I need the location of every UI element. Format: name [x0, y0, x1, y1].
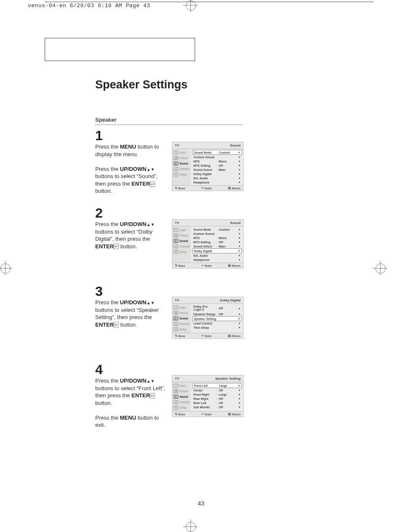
t: button. [95, 188, 112, 194]
osd-tab-label: Channel [180, 245, 190, 248]
osd-row-label: Front Right [193, 393, 216, 396]
osd-tab-label: Sound [180, 162, 188, 165]
osd-row-label: MTS Setting [193, 241, 216, 244]
enter-icon: ↵ [150, 181, 155, 187]
t: Press the [95, 144, 120, 150]
t: MENU [120, 415, 136, 421]
osd-tab-channel: 📡Channel [172, 244, 191, 249]
channel-icon: 📡 [174, 322, 178, 326]
osd-row-value: Off [219, 402, 239, 404]
setup-icon: ⚙ [174, 406, 178, 410]
osd-step1: TVSound▭Input▦Picture🔊Sound📡Channel⚙Setu… [172, 142, 244, 191]
osd-tabs: ▭Input▦Picture🔊Sound📡Channel⚙Setup [172, 304, 191, 333]
chevron-right-icon: ▸ [239, 405, 241, 409]
osd-row-label: Sound Mode [193, 228, 216, 231]
osd-row-label: Level Control [193, 322, 216, 325]
subheading-speaker: Speaker [95, 117, 117, 123]
setup-icon: ⚙ [174, 327, 178, 331]
osd-tab-sound: 🔊Sound [172, 238, 191, 244]
chevron-right-icon: ▸ [239, 397, 241, 400]
sound-icon: 🔊 [174, 239, 178, 243]
osd-tab-input: ▭Input [172, 305, 191, 310]
osd-row: Speaker Setting▸ [192, 316, 242, 321]
sound-icon: 🔊 [174, 395, 178, 399]
osd-row: Custom Sound▸ [192, 231, 242, 236]
picture-icon: ▦ [174, 156, 178, 160]
chevron-right-icon: ▸ [239, 236, 241, 239]
chevron-right-icon: ▸ [239, 258, 241, 261]
chevron-right-icon: ▸ [239, 254, 241, 257]
osd-row-value: Mono [219, 160, 239, 163]
input-icon: ▭ [174, 151, 178, 154]
osd-row-value: Main [219, 245, 239, 248]
chevron-right-icon: ▸ [239, 384, 240, 387]
osd-row: MTS:Mono▸ [192, 236, 242, 240]
osd-row-value: Custom [219, 228, 239, 231]
osd-row: Dynamic Range:Off▸ [192, 312, 242, 316]
osd-row-label: MTS [193, 237, 216, 239]
step-text: Press the UP/DOWN▲▼ buttons to select “D… [95, 221, 169, 250]
move-icon: ⇅ [175, 186, 177, 190]
chevron-right-icon: ▸ [239, 176, 241, 180]
osd-row-value: Off [219, 241, 239, 244]
osd-step2: TVSound▭Input▦Picture🔊Sound📡Channel⚙Setu… [172, 219, 244, 269]
chevron-right-icon: ▸ [239, 307, 241, 310]
osd-row-label: Sound Mode [194, 151, 217, 154]
enter-icon: ↵ [201, 264, 204, 267]
footer-move: ⇅Move [175, 412, 185, 416]
footer-move: ⇅Move [175, 186, 185, 190]
t: ENTER [95, 322, 114, 328]
osd-row-value: Large [219, 393, 239, 396]
osd-row: Sound Mode:Custom▸ [192, 150, 242, 155]
t: buttons to select “Dolby Digital”, then … [95, 229, 153, 242]
enter-icon: ↵ [114, 322, 119, 327]
enter-icon: ↵ [201, 186, 204, 190]
osd-row-value: Off [219, 313, 239, 316]
osd-content: Front Left:Large▸Center:Off▸Front Right:… [191, 382, 243, 411]
osd-row: Rear Right:Off▸ [192, 396, 242, 401]
osd-row: Sound Select:Main▸ [192, 244, 242, 248]
input-icon: ▭ [174, 384, 178, 388]
move-icon: ⇅ [175, 412, 177, 416]
footer-enter: ↵Enter [201, 186, 212, 190]
chevron-right-icon: ▸ [239, 245, 241, 248]
osd-tab-channel: 📡Channel [172, 321, 191, 327]
step-number: 3 [95, 285, 245, 298]
osd-tab-label: Picture [180, 157, 188, 160]
osd-header: TVSound [172, 220, 243, 226]
footer-return: ▥Return [228, 334, 241, 338]
footer-return: ▥Return [228, 186, 241, 190]
osd-content: Sound Mode:Custom▸Custom Sound▸MTS:Mono▸… [191, 226, 243, 263]
up-down-icon: ▲▼ [146, 379, 155, 383]
step-number: 2 [95, 206, 245, 220]
osd-row-label: Custom Sound [193, 156, 216, 159]
t: UP/DOWN [120, 378, 147, 384]
empty-header-box [45, 38, 195, 61]
osd-footer: ⇅Move↵Enter▥Return [172, 411, 243, 417]
osd-tab-input: ▭Input [172, 227, 191, 233]
enter-icon: ↵ [201, 334, 204, 338]
chevron-right-icon: ▸ [239, 228, 241, 231]
osd-tab-label: Setup [180, 406, 187, 409]
osd-row-label: Custom Sound [193, 232, 216, 235]
osd-row-label: Headphone [193, 181, 216, 184]
osd-row: Dolby Pro-Logic Ⅱ:Off▸ [192, 305, 242, 312]
osd-tabs: ▭Input▦Picture🔊Sound📡Channel⚙Setup [172, 149, 191, 185]
chevron-right-icon: ▸ [239, 240, 241, 244]
osd-row-value: Off [219, 164, 239, 167]
chevron-right-icon: ▸ [239, 160, 241, 163]
enter-icon: ↵ [150, 393, 155, 399]
chevron-right-icon: ▸ [239, 393, 241, 396]
page-number: 43 [0, 500, 402, 507]
return-icon: ▥ [228, 264, 231, 267]
osd-footer: ⇅Move↵Enter▥Return [172, 263, 243, 268]
osd-row: Center:Off▸ [192, 388, 242, 392]
picture-icon: ▦ [174, 234, 178, 237]
t: Press the [95, 378, 120, 384]
osd-row: Sound Mode:Custom▸ [192, 227, 242, 231]
osd-row: Sub Woofer:Off▸ [192, 405, 242, 409]
osd-row-value: Off [219, 397, 239, 400]
channel-icon: 📡 [174, 167, 178, 171]
osd-row-label: MTS Setting [193, 164, 216, 167]
osd-header: TVSpeaker Setting [172, 375, 243, 382]
